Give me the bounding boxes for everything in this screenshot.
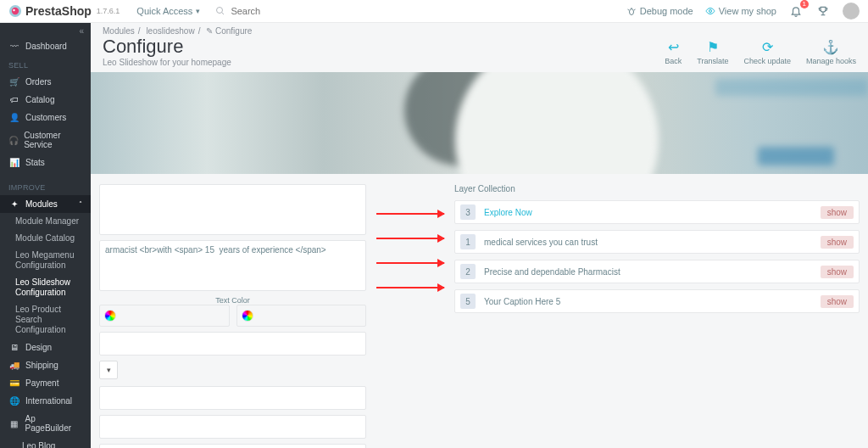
sidebar-sub-module-catalog[interactable]: Module Catalog: [0, 230, 91, 247]
text-input[interactable]: [99, 184, 366, 235]
layer-number: 5: [460, 294, 476, 309]
toolbar-label: Translate: [697, 57, 728, 65]
color-swatch-icon[interactable]: [242, 310, 253, 322]
notifications-button[interactable]: 1: [788, 3, 804, 19]
anchor-icon: ⚓: [822, 39, 839, 55]
sidebar-label: Design: [25, 343, 52, 352]
breadcrumb-item[interactable]: Modules: [103, 26, 135, 36]
sidebar-item-design[interactable]: 🖥Design: [0, 339, 91, 356]
sidebar-item-shipping[interactable]: 🚚Shipping: [0, 356, 91, 374]
layer-label: Explore Now: [484, 208, 532, 217]
sidebar-sub-module-manager[interactable]: Module Manager: [0, 213, 91, 230]
caption-input[interactable]: armacist <br>with <span> 15 years of exp…: [99, 240, 366, 291]
truck-icon: 🚚: [8, 361, 20, 370]
layer-row[interactable]: 3 Explore Now show: [454, 200, 860, 224]
sidebar-label: Modules: [25, 199, 58, 209]
caption-field-textarea[interactable]: armacist <br>with <span> 15 years of exp…: [105, 245, 360, 284]
layer-form: armacist <br>with <span> 15 years of exp…: [99, 184, 366, 448]
trophy-icon: [817, 5, 829, 17]
chevron-up-icon: ˄: [79, 200, 82, 208]
bug-icon: [626, 6, 637, 16]
breadcrumb-item[interactable]: leoslideshow: [146, 26, 194, 36]
svg-line-8: [634, 9, 636, 10]
sidebar: « 〰 Dashboard SELL 🛒Orders 🏷Catalog 👤Cus…: [0, 23, 91, 448]
toolbar-back-button[interactable]: ↩Back: [665, 39, 682, 65]
sidebar-label: Customers: [25, 113, 66, 122]
avatar[interactable]: [843, 3, 860, 20]
front-color-input[interactable]: [99, 305, 230, 327]
sidebar-section-sell: SELL: [0, 56, 91, 73]
color-swatch-icon[interactable]: [104, 310, 116, 322]
toolbar-label: Check update: [743, 57, 791, 65]
sidebar-sub-leo-product-search[interactable]: Leo Product Search Configuration: [0, 301, 91, 339]
sidebar-sub-leo-megamenu[interactable]: Leo Megamenu Configuration: [0, 247, 91, 274]
edit-icon: ✎: [206, 26, 213, 36]
text-field-textarea[interactable]: [105, 189, 360, 228]
tag-icon: 🏷: [8, 95, 20, 104]
sidebar-label: Orders: [25, 77, 52, 87]
cart-icon: 🛒: [8, 77, 20, 87]
sidebar-label: Catalog: [25, 95, 54, 104]
layer-show-button[interactable]: show: [821, 266, 854, 278]
arrow-icon: [376, 213, 444, 215]
layer-row[interactable]: 1 medical services you can trust show: [454, 230, 860, 254]
sidebar-item-appagebuilder[interactable]: ▦Ap PageBuilder: [0, 410, 91, 437]
eye-icon: [705, 6, 715, 16]
toolbar-translate-button[interactable]: ⚑Translate: [697, 39, 728, 65]
debug-mode-link[interactable]: Debug mode: [626, 6, 693, 16]
chevron-down-icon: ▾: [196, 7, 200, 15]
generic-input[interactable]: [99, 415, 366, 439]
svg-point-3: [217, 8, 223, 14]
layer-show-button[interactable]: show: [821, 206, 854, 219]
toolbar-manage-hooks-button[interactable]: ⚓Manage hooks: [806, 39, 856, 65]
text-color-label: Text Color: [99, 296, 366, 305]
topbar: PrestaShop 1.7.6.1 Quick Access ▾ Debug …: [0, 0, 868, 23]
bell-icon: [790, 5, 802, 17]
generic-input[interactable]: [99, 386, 366, 410]
dashboard-icon: 〰: [8, 42, 20, 51]
sidebar-label: Shipping: [25, 361, 58, 370]
sidebar-item-catalog[interactable]: 🏷Catalog: [0, 91, 91, 109]
generic-input[interactable]: [99, 332, 366, 356]
sidebar-label: Customer Service: [24, 131, 82, 149]
toolbar-check-update-button[interactable]: ⟳Check update: [743, 39, 791, 65]
page-header: Configure Leo Slideshow for your homepag…: [91, 36, 868, 72]
layer-row[interactable]: 5 Your Caption Here 5 show: [454, 289, 860, 313]
layer-collection-panel: Layer Collection 3 Explore Now show 1 me…: [454, 184, 860, 448]
sidebar-item-customer-service[interactable]: 🎧Customer Service: [0, 126, 91, 154]
brand-logo: PrestaShop 1.7.6.1: [8, 4, 120, 18]
refresh-icon: ⟳: [762, 39, 773, 55]
puzzle-icon: ✦: [8, 199, 20, 209]
gift-button[interactable]: [815, 3, 831, 19]
layer-number: 2: [460, 264, 476, 279]
sidebar-collapse-button[interactable]: «: [0, 23, 91, 38]
flag-icon: ⚑: [707, 39, 719, 55]
sidebar-item-leo-blog[interactable]: ▤Leo Blog Management: [0, 437, 91, 448]
quick-access-dropdown[interactable]: Quick Access ▾: [136, 6, 200, 16]
sidebar-label: Ap PageBuilder: [25, 414, 82, 433]
headset-icon: 🎧: [8, 136, 19, 145]
sidebar-item-orders[interactable]: 🛒Orders: [0, 73, 91, 91]
sidebar-item-international[interactable]: 🌐International: [0, 392, 91, 410]
generic-input[interactable]: [99, 444, 366, 448]
sidebar-item-payment[interactable]: 💳Payment: [0, 374, 91, 392]
sidebar-sub-leo-slideshow[interactable]: Leo Slideshow Configuration: [0, 274, 91, 301]
back-color-input[interactable]: [236, 305, 367, 327]
design-icon: 🖥: [8, 343, 20, 352]
sidebar-item-stats[interactable]: 📊Stats: [0, 154, 91, 171]
svg-point-1: [12, 8, 19, 14]
dropdown-small[interactable]: ▾: [99, 361, 118, 379]
search-wrap: [215, 6, 349, 16]
sidebar-item-modules[interactable]: ✦ Modules ˄: [0, 195, 91, 213]
svg-point-2: [13, 9, 14, 11]
svg-point-9: [709, 10, 711, 13]
search-input[interactable]: [231, 6, 349, 16]
layer-show-button[interactable]: show: [821, 295, 854, 308]
layer-row[interactable]: 2 Precise and dependable Pharmacist show: [454, 260, 860, 283]
sidebar-item-dashboard[interactable]: 〰 Dashboard: [0, 38, 91, 56]
page-title: Configure: [103, 36, 231, 58]
view-shop-link[interactable]: View my shop: [705, 6, 776, 16]
layer-show-button[interactable]: show: [821, 236, 854, 249]
sidebar-item-customers[interactable]: 👤Customers: [0, 109, 91, 126]
arrow-icon: [376, 262, 444, 264]
